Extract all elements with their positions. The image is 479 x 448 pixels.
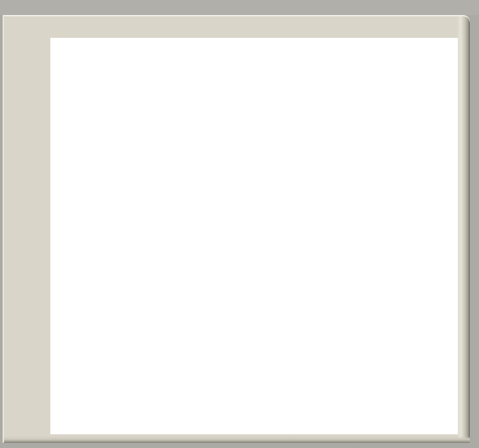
chart-panel	[3, 15, 470, 443]
window-titlebar	[0, 0, 479, 15]
panel-bevel-right	[457, 16, 470, 443]
panel-bevel-bottom	[4, 436, 470, 443]
plot-area[interactable]	[50, 38, 458, 434]
chromaticity-window	[0, 0, 479, 448]
annotations-layer	[50, 38, 458, 434]
